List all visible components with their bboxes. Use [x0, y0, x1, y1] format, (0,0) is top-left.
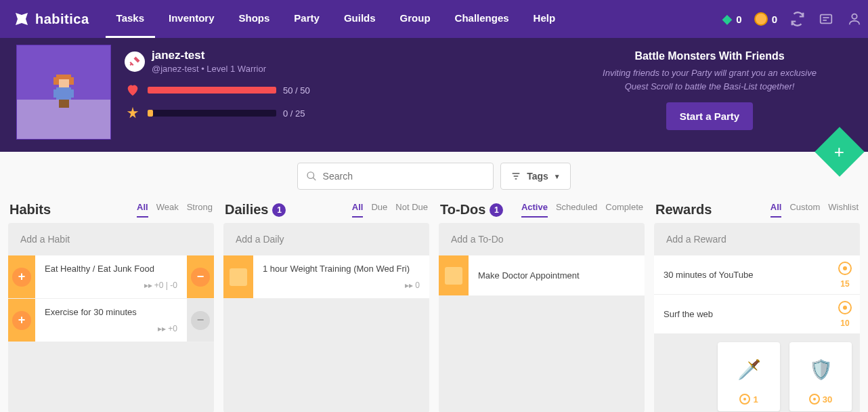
filter-wishlist[interactable]: Wishlist: [828, 202, 859, 218]
filter-all[interactable]: All: [352, 202, 364, 218]
col-todos: To-Dos 1 ActiveScheduledComplete Add a T…: [439, 197, 645, 412]
col-dailies: Dailies 1 AllDueNot Due Add a Daily 1 ho…: [223, 197, 429, 412]
reward-text: 30 minutes of YouTube: [654, 262, 830, 288]
brand-text: habitica: [35, 12, 89, 27]
filter-bar: Tags ▼: [0, 152, 868, 195]
reward-item[interactable]: 30 minutes of YouTube15: [654, 255, 860, 295]
search-input[interactable]: [323, 171, 485, 182]
currency-gold[interactable]: 0: [754, 12, 777, 26]
daily-text: 1 hour Weight Training (Mon Wed Fri): [263, 264, 420, 274]
daily-item[interactable]: 1 hour Weight Training (Mon Wed Fri)▸▸ 0: [223, 255, 429, 299]
habit-item[interactable]: +Eat Healthy / Eat Junk Food▸▸ +0 | -0−: [8, 255, 214, 299]
nav-tasks[interactable]: Tasks: [106, 0, 155, 38]
nav-challenges[interactable]: Challenges: [444, 0, 520, 38]
filter-complete[interactable]: Complete: [605, 202, 643, 218]
daily-check[interactable]: [223, 255, 253, 298]
shop-item-sword[interactable]: 🗡️1: [718, 342, 780, 411]
stat-xp: 0 / 25: [125, 105, 310, 121]
svg-rect-4: [71, 77, 74, 85]
task-columns: Habits AllWeakStrong Add a Habit +Eat He…: [0, 195, 868, 412]
user-subtitle: @janez-test • Level 1 Warrior: [152, 64, 266, 74]
svg-rect-6: [56, 87, 72, 100]
habits-title: Habits: [9, 202, 51, 218]
add-todo-input[interactable]: Add a To-Do: [439, 223, 645, 255]
gold-icon: [754, 12, 768, 26]
habit-meta: ▸▸ +0 | -0: [45, 281, 177, 290]
hero: janez-test @janez-test • Level 1 Warrior…: [0, 38, 868, 152]
tags-button[interactable]: Tags ▼: [500, 163, 571, 190]
username: janez-test: [152, 49, 266, 62]
avatar-box[interactable]: [16, 45, 111, 140]
habit-text: Exercise for 30 minutes: [45, 307, 177, 317]
coin-icon: [809, 394, 820, 405]
start-party-button[interactable]: Start a Party: [666, 102, 753, 130]
filter-strong[interactable]: Strong: [187, 202, 213, 218]
nav-help[interactable]: Help: [523, 0, 567, 38]
coin-icon: [838, 301, 852, 314]
svg-rect-7: [53, 89, 56, 97]
messages-icon[interactable]: [818, 11, 834, 27]
rewards-title: Rewards: [655, 202, 712, 218]
filter-due[interactable]: Due: [371, 202, 387, 218]
reward-cost[interactable]: 10: [830, 295, 860, 333]
filter-active[interactable]: Active: [521, 202, 548, 218]
habit-plus[interactable]: +: [8, 299, 35, 342]
filter-weak[interactable]: Weak: [156, 202, 179, 218]
gold-count: 0: [772, 14, 777, 25]
dailies-title: Dailies: [225, 202, 268, 218]
col-rewards: Rewards AllCustomWishlist Add a Reward 3…: [654, 197, 860, 412]
sword-icon: [129, 56, 141, 68]
gryphon-icon: [14, 11, 30, 27]
shop-cost: 1: [753, 394, 758, 405]
party-title: Battle Monsters With Friends: [567, 50, 852, 62]
logo[interactable]: habitica: [14, 11, 89, 27]
add-reward-input[interactable]: Add a Reward: [654, 223, 860, 255]
reward-text: Surf the web: [654, 301, 830, 327]
shop-item-armor[interactable]: 🛡️30: [789, 342, 852, 411]
search-box[interactable]: [297, 163, 494, 190]
armor-icon: 🛡️: [789, 354, 852, 384]
nav-inventory[interactable]: Inventory: [158, 0, 225, 38]
todo-check[interactable]: [439, 255, 469, 295]
add-habit-input[interactable]: Add a Habit: [8, 223, 214, 255]
reward-item[interactable]: Surf the web10: [654, 295, 860, 334]
col-habits: Habits AllWeakStrong Add a Habit +Eat He…: [8, 197, 214, 412]
filter-scheduled[interactable]: Scheduled: [556, 202, 597, 218]
plus-icon: +: [834, 142, 844, 163]
sword-icon: 🗡️: [718, 354, 780, 384]
coin-icon: [739, 394, 750, 405]
svg-rect-9: [59, 100, 64, 107]
habit-minus[interactable]: −: [187, 255, 214, 298]
nav-shops[interactable]: Shops: [228, 0, 281, 38]
add-daily-input[interactable]: Add a Daily: [223, 223, 429, 255]
currency-gems[interactable]: ◆ 0: [722, 12, 741, 26]
user-icon[interactable]: [846, 11, 863, 27]
star-icon: [125, 105, 141, 121]
svg-rect-5: [59, 79, 69, 87]
nav-party[interactable]: Party: [283, 0, 330, 38]
habit-minus[interactable]: −: [187, 299, 214, 342]
nav-right: ◆ 0 0: [722, 11, 863, 27]
todo-item[interactable]: Make Doctor Appointment: [439, 255, 645, 296]
filter-not-due[interactable]: Not Due: [395, 202, 428, 218]
svg-rect-3: [53, 77, 56, 85]
todos-title: To-Dos: [440, 202, 485, 218]
gem-count: 0: [736, 14, 741, 25]
user-area: janez-test @janez-test • Level 1 Warrior…: [125, 45, 310, 140]
todos-count: 1: [490, 203, 503, 217]
nav-guilds[interactable]: Guilds: [333, 0, 387, 38]
filter-all[interactable]: All: [137, 202, 148, 218]
filter-icon: [511, 171, 521, 182]
top-nav: habitica TasksInventoryShopsPartyGuildsG…: [0, 0, 868, 38]
party-cta: Battle Monsters With Friends Inviting fr…: [567, 45, 852, 140]
class-badge: [125, 52, 145, 72]
filter-all[interactable]: All: [771, 202, 782, 218]
nav-group[interactable]: Group: [389, 0, 441, 38]
filter-custom[interactable]: Custom: [789, 202, 820, 218]
habit-plus[interactable]: +: [8, 255, 35, 298]
habit-text: Eat Healthy / Eat Junk Food: [45, 264, 177, 274]
habit-item[interactable]: +Exercise for 30 minutes▸▸ +0−: [8, 299, 214, 342]
svg-point-1: [852, 14, 856, 19]
sync-icon[interactable]: [789, 11, 806, 27]
reward-cost[interactable]: 15: [830, 256, 860, 294]
